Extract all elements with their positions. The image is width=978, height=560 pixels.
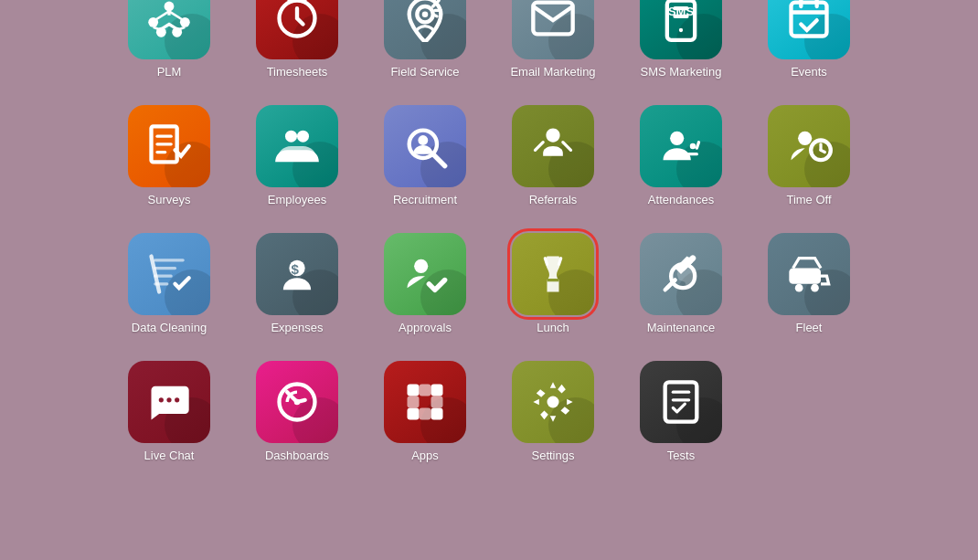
svg-point-33 bbox=[798, 132, 812, 145]
app-label-sms-marketing: SMS Marketing bbox=[641, 65, 722, 79]
app-item-live-chat[interactable]: Live Chat bbox=[114, 354, 224, 463]
svg-point-46 bbox=[175, 397, 179, 402]
svg-rect-41 bbox=[789, 268, 821, 283]
app-label-apps-menu: Apps bbox=[411, 449, 439, 463]
app-label-settings: Settings bbox=[532, 449, 575, 463]
app-label-maintenance: Maintenance bbox=[647, 321, 715, 335]
app-item-events[interactable]: Events bbox=[754, 0, 864, 79]
app-label-plm: PLM bbox=[157, 65, 182, 79]
svg-rect-50 bbox=[431, 384, 443, 396]
app-item-email-marketing[interactable]: Email Marketing bbox=[498, 0, 608, 79]
app-item-sms-marketing[interactable]: SMSSMS Marketing bbox=[626, 0, 736, 79]
svg-point-44 bbox=[159, 397, 164, 402]
app-item-employees[interactable]: Employees bbox=[242, 98, 352, 207]
app-icon-approvals bbox=[384, 233, 466, 315]
svg-point-27 bbox=[297, 131, 309, 143]
app-item-dashboards[interactable]: Dashboards bbox=[242, 354, 352, 463]
app-label-approvals: Approvals bbox=[399, 321, 452, 335]
svg-point-48 bbox=[294, 399, 301, 406]
svg-rect-55 bbox=[408, 396, 420, 407]
svg-point-26 bbox=[285, 131, 297, 143]
app-item-field-service[interactable]: Field Service bbox=[370, 0, 480, 79]
app-icon-apps-menu bbox=[384, 361, 466, 443]
app-label-recruitment: Recruitment bbox=[393, 193, 457, 207]
app-item-approvals[interactable]: Approvals bbox=[370, 226, 480, 335]
svg-point-0 bbox=[165, 1, 175, 11]
app-icon-sms-marketing: SMS bbox=[640, 0, 722, 59]
app-icon-surveys bbox=[128, 105, 210, 187]
app-item-referrals[interactable]: Referrals bbox=[498, 98, 608, 207]
svg-point-45 bbox=[166, 397, 171, 402]
app-icon-settings bbox=[512, 361, 594, 443]
app-item-expenses[interactable]: $Expenses bbox=[242, 226, 352, 335]
app-item-surveys[interactable]: Surveys bbox=[114, 98, 224, 207]
app-item-data-cleaning[interactable]: Data Cleaning bbox=[114, 226, 224, 335]
app-label-timesheets: Timesheets bbox=[267, 65, 328, 79]
app-item-tests[interactable]: Tests bbox=[626, 354, 736, 463]
svg-point-43 bbox=[811, 284, 819, 292]
app-item-maintenance[interactable]: Maintenance bbox=[626, 226, 736, 335]
app-label-employees: Employees bbox=[268, 193, 326, 207]
app-label-live-chat: Live Chat bbox=[144, 449, 195, 463]
app-label-fleet: Fleet bbox=[796, 321, 823, 335]
svg-point-11 bbox=[422, 11, 429, 17]
app-label-data-cleaning: Data Cleaning bbox=[132, 321, 207, 335]
app-label-field-service: Field Service bbox=[390, 65, 459, 79]
svg-rect-53 bbox=[420, 384, 431, 396]
app-icon-dashboards bbox=[256, 361, 338, 443]
svg-point-57 bbox=[547, 396, 559, 407]
svg-rect-49 bbox=[408, 384, 420, 396]
app-label-time-off: Time Off bbox=[786, 193, 831, 207]
svg-rect-51 bbox=[408, 407, 420, 419]
app-icon-email-marketing bbox=[512, 0, 594, 59]
app-label-tests: Tests bbox=[667, 449, 695, 463]
svg-rect-54 bbox=[420, 407, 431, 419]
app-icon-recruitment bbox=[384, 105, 466, 187]
svg-point-31 bbox=[670, 132, 684, 145]
svg-rect-52 bbox=[431, 407, 443, 419]
svg-point-32 bbox=[690, 143, 696, 150]
app-icon-time-off bbox=[768, 105, 850, 187]
app-icon-events bbox=[768, 0, 850, 59]
svg-point-42 bbox=[795, 284, 803, 292]
app-label-surveys: Surveys bbox=[148, 193, 191, 207]
app-icon-attendances bbox=[640, 105, 722, 187]
app-item-settings[interactable]: Settings bbox=[498, 354, 608, 463]
app-item-timesheets[interactable]: Timesheets bbox=[242, 0, 352, 79]
svg-rect-18 bbox=[792, 3, 827, 37]
svg-rect-56 bbox=[431, 396, 443, 407]
app-icon-maintenance bbox=[640, 233, 722, 315]
svg-line-36 bbox=[821, 150, 824, 152]
app-item-time-off[interactable]: Time Off bbox=[754, 98, 864, 207]
app-item-attendances[interactable]: Attendances bbox=[626, 98, 736, 207]
app-icon-data-cleaning bbox=[128, 233, 210, 315]
app-item-apps-menu[interactable]: Apps bbox=[370, 354, 480, 463]
app-icon-referrals bbox=[512, 105, 594, 187]
svg-point-17 bbox=[679, 28, 683, 32]
app-item-lunch[interactable]: Lunch bbox=[498, 226, 608, 335]
app-label-dashboards: Dashboards bbox=[265, 449, 329, 463]
svg-rect-59 bbox=[665, 382, 697, 421]
app-icon-employees bbox=[256, 105, 338, 187]
app-label-email-marketing: Email Marketing bbox=[510, 65, 595, 79]
app-icon-tests bbox=[640, 361, 722, 443]
app-icon-timesheets bbox=[256, 0, 338, 59]
svg-point-39 bbox=[414, 259, 428, 273]
app-icon-field-service bbox=[384, 0, 466, 59]
app-item-recruitment[interactable]: Recruitment bbox=[370, 98, 480, 207]
svg-text:$: $ bbox=[292, 261, 300, 277]
app-icon-live-chat bbox=[128, 361, 210, 443]
app-icon-lunch bbox=[512, 233, 594, 315]
app-grid: PLMTimesheetsField ServiceEmail Marketin… bbox=[96, 0, 882, 560]
app-item-fleet[interactable]: Fleet bbox=[754, 226, 864, 335]
app-label-attendances: Attendances bbox=[648, 193, 714, 207]
app-label-referrals: Referrals bbox=[529, 193, 578, 207]
app-label-expenses: Expenses bbox=[271, 321, 323, 335]
app-label-lunch: Lunch bbox=[537, 321, 569, 335]
app-item-plm[interactable]: PLM bbox=[114, 0, 224, 79]
app-icon-fleet bbox=[768, 233, 850, 315]
svg-line-6 bbox=[169, 11, 185, 21]
app-icon-expenses: $ bbox=[256, 233, 338, 315]
app-icon-plm bbox=[128, 0, 210, 59]
svg-text:SMS: SMS bbox=[668, 5, 695, 18]
